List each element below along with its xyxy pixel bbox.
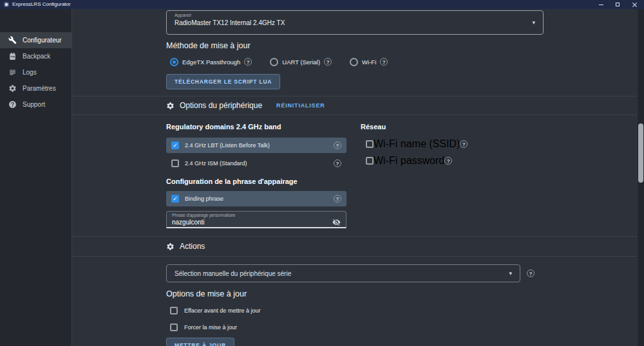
help-icon-ism[interactable]: ?	[334, 159, 341, 167]
minimize-icon	[599, 5, 603, 5]
minimize-button[interactable]	[598, 1, 604, 8]
radio-icon	[270, 58, 278, 66]
serial-device-row: Sélection manuelle du périphérique série…	[72, 264, 644, 282]
update-button[interactable]: METTRE À JOUR	[166, 338, 234, 346]
sidebar-item-support[interactable]: Support	[0, 96, 71, 113]
checkbox-icon[interactable]	[366, 157, 374, 165]
radio-label: UART (Serial)	[282, 59, 320, 66]
checkbox-row-wifi-password[interactable]: Wi-Fi password ?	[361, 156, 541, 166]
checkbox-label: Forcer la mise à jour	[184, 324, 237, 331]
eye-off-icon[interactable]	[332, 218, 341, 226]
sidebar: Configurateur Backpack Logs Paramètres S…	[0, 9, 72, 346]
device-options-header: Options du périphérique RÉINITIALISER	[72, 96, 644, 114]
wrench-icon	[8, 36, 17, 44]
app-logo-icon	[4, 2, 9, 7]
backpack-icon	[8, 52, 17, 60]
sidebar-item-label: Logs	[23, 69, 37, 76]
radio-wifi[interactable]: Wi-Fi ?	[350, 58, 388, 66]
device-select-label: Appareil	[175, 13, 535, 17]
main-content: Appareil RadioMaster TX12 Internal 2.4GH…	[72, 9, 644, 346]
scrollbar-thumb[interactable]	[638, 123, 643, 183]
list-icon	[8, 68, 17, 77]
device-options-title: Options du périphérique	[180, 101, 262, 110]
sidebar-item-label: Paramètres	[23, 85, 56, 92]
update-method-options: EdgeTX Passthrough ? UART (Serial) ? Wi-…	[170, 57, 644, 66]
checkbox-icon[interactable]	[171, 159, 179, 167]
chevron-down-icon: ▾	[509, 271, 512, 277]
checkbox-row-wifi-ssid[interactable]: Wi-Fi name (SSID) ?	[361, 139, 541, 149]
checkbox-row-binding-phrase[interactable]: ✓ Binding phrase ?	[166, 191, 346, 206]
download-lua-button[interactable]: TÉLÉCHARGER LE SCRIPT LUA	[166, 74, 280, 89]
sidebar-item-label: Support	[23, 101, 45, 108]
help-icon-serial[interactable]: ?	[527, 269, 535, 277]
update-method-title: Méthode de mise à jour	[166, 41, 644, 50]
network-title: Réseau	[361, 123, 541, 131]
close-button[interactable]	[631, 1, 638, 8]
network-column: Réseau Wi-Fi name (SSID) ? Wi-Fi passwor…	[361, 123, 541, 228]
reset-button[interactable]: RÉINITIALISER	[276, 102, 325, 109]
sidebar-item-label: Backpack	[23, 53, 50, 60]
sidebar-item-label: Configurateur	[23, 37, 62, 44]
divider	[72, 256, 644, 257]
binding-title: Configuration de la phrase d'appairage	[166, 178, 346, 185]
radio-edgetx-passthrough[interactable]: EdgeTX Passthrough ?	[170, 58, 252, 66]
radio-label: Wi-Fi	[362, 59, 376, 66]
radio-selected-icon	[170, 58, 178, 66]
radio-label: EdgeTX Passthrough	[182, 59, 240, 66]
regulatory-title: Regulatory domains 2.4 GHz band	[166, 123, 346, 131]
checkbox-label: 2.4 GHz LBT (Listen Before Talk)	[185, 142, 334, 149]
maximize-icon	[616, 3, 620, 6]
checkbox-label: 2.4 GHz ISM (Standard)	[185, 160, 334, 167]
sidebar-item-settings[interactable]: Paramètres	[0, 80, 71, 96]
checkbox-label: Wi-Fi name (SSID)	[374, 138, 460, 150]
chevron-down-icon: ▾	[532, 20, 535, 26]
sidebar-item-configurator[interactable]: Configurateur	[0, 32, 71, 48]
window-controls	[598, 1, 640, 8]
radio-icon	[350, 58, 358, 66]
checkbox-row-force-flash[interactable]: Forcer la mise à jour	[170, 323, 644, 331]
help-icon-wifi[interactable]: ?	[380, 58, 388, 66]
binding-phrase-field-label: Phrase d'appairage personnalisée	[172, 213, 341, 217]
flash-options-title: Options de mise à jour	[166, 289, 644, 298]
gear-icon	[166, 102, 175, 110]
checkbox-label: Binding phrase	[185, 196, 334, 202]
checkbox-row-erase-before-flash[interactable]: Effacer avant de mettre à jour	[170, 306, 644, 314]
maximize-button[interactable]	[614, 1, 621, 8]
checkbox-icon[interactable]	[170, 307, 178, 314]
help-icon-lbt[interactable]: ?	[334, 141, 341, 149]
scrollbar[interactable]	[638, 9, 644, 346]
checkbox-icon[interactable]	[170, 323, 178, 331]
window-title: ExpressLRS Configurator	[12, 0, 71, 9]
serial-device-select[interactable]: Sélection manuelle du périphérique série…	[166, 264, 520, 282]
device-select[interactable]: Appareil RadioMaster TX12 Internal 2.4GH…	[166, 10, 544, 35]
help-icon-edgetx[interactable]: ?	[244, 58, 252, 66]
radio-uart-serial[interactable]: UART (Serial) ?	[270, 58, 332, 66]
close-icon	[632, 2, 638, 8]
help-circle-icon	[8, 100, 17, 109]
checkbox-icon[interactable]	[366, 140, 374, 148]
checkbox-row-lbt[interactable]: ✓ 2.4 GHz LBT (Listen Before Talk) ?	[166, 138, 346, 153]
actions-header: Actions	[72, 237, 644, 256]
binding-phrase-input[interactable]	[172, 219, 332, 226]
sidebar-item-backpack[interactable]: Backpack	[0, 48, 71, 64]
gear-icon	[8, 84, 17, 93]
help-icon-wifi-password[interactable]: ?	[444, 157, 452, 165]
checkbox-label: Effacer avant de mettre à jour	[184, 307, 260, 314]
checkbox-label: Wi-Fi password	[374, 155, 444, 167]
serial-device-select-value: Sélection manuelle du périphérique série	[175, 270, 509, 277]
checkbox-checked-icon[interactable]: ✓	[171, 141, 179, 149]
regulatory-column: Regulatory domains 2.4 GHz band ✓ 2.4 GH…	[166, 123, 346, 228]
help-icon-binding[interactable]: ?	[334, 195, 341, 203]
gear-icon	[166, 242, 175, 251]
titlebar: ExpressLRS Configurator	[0, 0, 644, 9]
help-icon-uart[interactable]: ?	[324, 58, 332, 66]
actions-title: Actions	[180, 242, 205, 251]
binding-phrase-field[interactable]: Phrase d'appairage personnalisée	[166, 211, 346, 228]
device-select-value: RadioMaster TX12 Internal 2.4GHz TX	[175, 19, 532, 26]
checkbox-checked-icon[interactable]: ✓	[171, 195, 179, 203]
help-icon-ssid[interactable]: ?	[460, 140, 468, 148]
sidebar-item-logs[interactable]: Logs	[0, 64, 71, 80]
checkbox-row-ism[interactable]: 2.4 GHz ISM (Standard) ?	[166, 157, 346, 170]
divider	[72, 114, 644, 115]
